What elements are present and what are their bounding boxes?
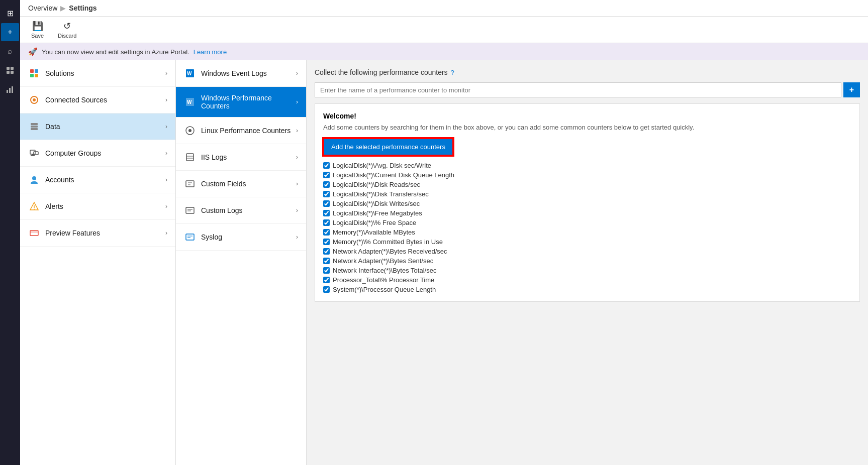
svg-rect-2 bbox=[7, 71, 10, 74]
rail-add-icon[interactable]: + bbox=[1, 23, 19, 41]
counter-checkbox[interactable] bbox=[323, 172, 330, 178]
mid-item-syslog[interactable]: Syslog › bbox=[176, 224, 306, 251]
mid-item-linux-perf-counters[interactable]: Linux Performance Counters › bbox=[176, 118, 306, 144]
nav-item-connected-sources[interactable]: Connected Sources › bbox=[20, 87, 175, 113]
svg-point-20 bbox=[32, 176, 36, 180]
nav-label-connected: Connected Sources bbox=[45, 96, 107, 104]
counter-label: LogicalDisk(*)\Current Disk Queue Length bbox=[333, 171, 454, 179]
top-bar: Overview ▶ Settings bbox=[20, 0, 868, 17]
svg-rect-32 bbox=[186, 154, 194, 161]
nav-label-accounts: Accounts bbox=[45, 176, 74, 184]
preview-features-icon bbox=[28, 227, 40, 239]
counter-label: Memory(*)\Available MBytes bbox=[333, 228, 415, 236]
data-icon bbox=[28, 121, 40, 133]
svg-rect-14 bbox=[31, 126, 38, 128]
nav-item-preview-features[interactable]: Preview Features › bbox=[20, 220, 175, 247]
help-icon[interactable]: ? bbox=[451, 69, 454, 76]
nav-label-solutions: Solutions bbox=[45, 69, 74, 77]
discard-label: Discard bbox=[58, 33, 76, 39]
counter-checkbox[interactable] bbox=[323, 229, 330, 236]
nav-label-custom-logs: Custom Logs bbox=[201, 206, 242, 214]
svg-rect-18 bbox=[31, 155, 35, 156]
counter-label: System(*)\Processor Queue Length bbox=[333, 286, 436, 293]
svg-rect-13 bbox=[31, 123, 38, 125]
counter-checkbox[interactable] bbox=[323, 267, 330, 274]
welcome-title: Welcome! bbox=[323, 112, 851, 120]
solutions-icon bbox=[28, 67, 40, 79]
nav-label-alerts: Alerts bbox=[45, 202, 63, 210]
counter-label: Memory(*)\% Committed Bytes in Use bbox=[333, 238, 443, 246]
breadcrumb-sep: ▶ bbox=[60, 4, 66, 12]
rail-search-icon[interactable]: ⌕ bbox=[1, 42, 19, 60]
nav-item-solutions[interactable]: Solutions › bbox=[20, 60, 175, 87]
nav-label-custom-fields: Custom Fields bbox=[201, 180, 246, 188]
counter-checkbox[interactable] bbox=[323, 248, 330, 255]
nav-label-win-perf: Windows Performance Counters bbox=[201, 94, 296, 110]
counter-label: LogicalDisk(*)\Disk Writes/sec bbox=[333, 200, 420, 207]
svg-rect-1 bbox=[11, 67, 14, 70]
counter-label: LogicalDisk(*)\% Free Space bbox=[333, 219, 416, 226]
add-counter-button[interactable]: + bbox=[843, 82, 860, 97]
counter-checkbox[interactable] bbox=[323, 219, 330, 226]
nav-label-computer-groups: Computer Groups bbox=[45, 149, 101, 157]
computer-groups-icon bbox=[28, 147, 40, 159]
counter-item: LogicalDisk(*)\Avg. Disk sec/Write bbox=[323, 162, 851, 169]
custom-fields-icon bbox=[184, 178, 196, 190]
banner-learn-more-link[interactable]: Learn more bbox=[194, 48, 227, 56]
nav-item-accounts[interactable]: Accounts › bbox=[20, 167, 175, 193]
counter-item: LogicalDisk(*)\Disk Writes/sec bbox=[323, 200, 851, 207]
chevron-win-event: › bbox=[296, 70, 298, 77]
alerts-icon bbox=[28, 200, 40, 212]
save-button[interactable]: 💾 Save bbox=[28, 20, 47, 40]
counter-item: Network Adapter(*)\Bytes Sent/sec bbox=[323, 257, 851, 265]
section-title: Collect the following performance counte… bbox=[315, 68, 860, 76]
nav-label-win-event: Windows Event Logs bbox=[201, 69, 267, 77]
nav-item-computer-groups[interactable]: Computer Groups › bbox=[20, 140, 175, 167]
breadcrumb-overview[interactable]: Overview bbox=[28, 4, 57, 12]
mid-nav: W Windows Event Logs › W Windows Perfo bbox=[176, 60, 307, 465]
svg-point-31 bbox=[188, 129, 191, 132]
counter-item: LogicalDisk(*)\% Free Space bbox=[323, 219, 851, 226]
chevron-win-perf: › bbox=[296, 98, 298, 105]
discard-button[interactable]: ↺ Discard bbox=[55, 20, 79, 40]
nav-label-data: Data bbox=[45, 123, 60, 131]
rail-chart-icon[interactable] bbox=[1, 80, 19, 98]
mid-item-windows-event-logs[interactable]: W Windows Event Logs › bbox=[176, 60, 306, 87]
rocket-icon: 🚀 bbox=[28, 47, 38, 56]
counter-checkbox[interactable] bbox=[323, 258, 330, 264]
counter-checkbox[interactable] bbox=[323, 210, 330, 216]
nav-item-data[interactable]: Data › bbox=[20, 113, 175, 140]
counter-checkbox[interactable] bbox=[323, 286, 330, 293]
counter-item: LogicalDisk(*)\Disk Transfers/sec bbox=[323, 190, 851, 198]
counter-search-input[interactable] bbox=[315, 82, 841, 97]
counter-label: Network Interface(*)\Bytes Total/sec bbox=[333, 267, 436, 274]
chevron-custom-fields: › bbox=[296, 180, 298, 187]
discard-icon: ↺ bbox=[63, 21, 71, 32]
chevron-iis: › bbox=[296, 154, 298, 161]
iis-logs-icon bbox=[184, 151, 196, 163]
mid-item-iis-logs[interactable]: IIS Logs › bbox=[176, 144, 306, 171]
counter-item: LogicalDisk(*)\Disk Reads/sec bbox=[323, 181, 851, 188]
search-row: + bbox=[315, 82, 860, 97]
chevron-alerts: › bbox=[165, 203, 167, 210]
counter-checkbox[interactable] bbox=[323, 200, 330, 207]
counter-checkbox[interactable] bbox=[323, 191, 330, 197]
counter-item: Network Adapter(*)\Bytes Received/sec bbox=[323, 248, 851, 255]
counter-checkbox[interactable] bbox=[323, 239, 330, 245]
counter-item: System(*)\Processor Queue Length bbox=[323, 286, 851, 293]
mid-item-windows-perf-counters[interactable]: W Windows Performance Counters › bbox=[176, 87, 306, 118]
chevron-linux-perf: › bbox=[296, 127, 298, 134]
counter-checkbox[interactable] bbox=[323, 162, 330, 169]
counter-checkbox[interactable] bbox=[323, 277, 330, 283]
rail-deploy-icon[interactable] bbox=[1, 61, 19, 79]
counter-checkbox[interactable] bbox=[323, 181, 330, 188]
svg-rect-38 bbox=[186, 207, 194, 213]
nav-item-alerts[interactable]: Alerts › bbox=[20, 193, 175, 220]
chevron-custom-logs: › bbox=[296, 207, 298, 214]
mid-item-custom-logs[interactable]: Custom Logs › bbox=[176, 197, 306, 224]
counter-item: Network Interface(*)\Bytes Total/sec bbox=[323, 267, 851, 274]
mid-item-custom-fields[interactable]: Custom Fields › bbox=[176, 171, 306, 197]
add-selected-counters-button[interactable]: Add the selected performance counters bbox=[323, 138, 453, 156]
nav-label-preview: Preview Features bbox=[45, 229, 100, 237]
rail-home-icon[interactable]: ⊞ bbox=[1, 4, 19, 22]
